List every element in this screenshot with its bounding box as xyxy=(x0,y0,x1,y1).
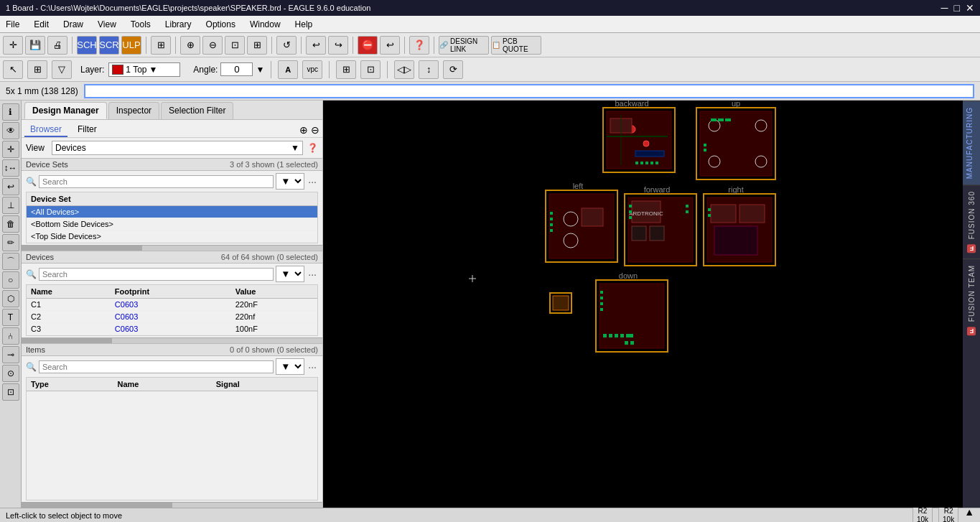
devices-search[interactable] xyxy=(39,268,274,281)
menu-file[interactable]: File xyxy=(3,18,22,31)
menu-view[interactable]: View xyxy=(95,18,119,31)
svg-rect-35 xyxy=(550,223,553,226)
menu-draw[interactable]: Draw xyxy=(60,18,86,31)
pcb-canvas-area[interactable]: backward up xyxy=(323,101,980,508)
mirror-button[interactable]: ◁▷ xyxy=(394,60,414,79)
menu-tools[interactable]: Tools xyxy=(128,18,154,31)
sch-button[interactable]: SCH xyxy=(77,36,97,55)
minimize-button[interactable]: ─ xyxy=(941,2,948,14)
menu-options[interactable]: Options xyxy=(203,18,238,31)
tab-selection-filter[interactable]: Selection Filter xyxy=(161,102,233,119)
stop-button[interactable]: ⛔ xyxy=(358,36,378,55)
table-row[interactable]: C1 C0603 220nF xyxy=(27,299,317,311)
layer-dropdown-arrow: ▼ xyxy=(149,65,158,75)
menu-edit[interactable]: Edit xyxy=(31,18,52,31)
snap-tool[interactable]: ⊡ xyxy=(2,383,19,401)
via-tool[interactable]: ⊙ xyxy=(2,365,19,382)
grid2-button[interactable]: ⊡ xyxy=(360,60,381,79)
pcb-quote-button[interactable]: 📋PCB QUOTE xyxy=(491,36,541,55)
zoom-select-button[interactable]: ⊞ xyxy=(247,36,267,55)
rotate-button[interactable]: ↺ xyxy=(276,36,297,55)
items-scrollbar[interactable] xyxy=(22,502,322,508)
angle-input[interactable]: 0 xyxy=(220,62,253,76)
layer-dropdown[interactable]: 1 Top ▼ xyxy=(108,62,180,77)
rotate2-button[interactable]: ⟳ xyxy=(443,60,463,79)
undo2-button[interactable]: ↩ xyxy=(380,36,400,55)
filter-button[interactable]: ▽ xyxy=(52,60,72,79)
poly-tool[interactable]: ⬡ xyxy=(2,290,19,307)
help-icon[interactable]: ❓ xyxy=(307,143,318,153)
items-more-options[interactable]: ··· xyxy=(307,361,318,373)
help-button[interactable]: ❓ xyxy=(409,36,429,55)
coord-input[interactable] xyxy=(84,84,974,98)
zoom-in-button[interactable]: ⊕ xyxy=(180,36,200,55)
table-row[interactable]: C2 C0603 220nf xyxy=(27,311,317,323)
save-button[interactable]: 💾 xyxy=(25,36,45,55)
select-tool[interactable]: ↖ xyxy=(3,60,23,79)
zoom-fit-button[interactable]: ⊡ xyxy=(225,36,245,55)
info-tool[interactable]: ℹ xyxy=(2,103,19,121)
device-sets-search[interactable] xyxy=(39,175,274,188)
fusion-360-tab[interactable]: F FUSION 360 xyxy=(963,185,980,258)
menu-library[interactable]: Library xyxy=(162,18,195,31)
print-button[interactable]: 🖨 xyxy=(47,36,67,55)
tab-inspector[interactable]: Inspector xyxy=(108,102,159,119)
move-tool-button[interactable]: ✛ xyxy=(3,36,23,55)
undo-button[interactable]: ↩ xyxy=(306,36,326,55)
device-sets-search-dropdown[interactable]: ▼ xyxy=(276,173,304,190)
r2-badge-2: R2 10k xyxy=(938,506,958,523)
manufacturing-tab[interactable]: MANUFACTURING xyxy=(963,101,980,185)
devices-more-options[interactable]: ··· xyxy=(307,269,318,280)
cross-tool[interactable]: ✛ xyxy=(2,141,19,158)
eye-tool[interactable]: 👁 xyxy=(2,122,19,139)
table-row[interactable]: <Bottom Side Devices> xyxy=(27,218,317,230)
zoom-out-button[interactable]: ⊖ xyxy=(202,36,223,55)
maximize-button[interactable]: □ xyxy=(954,2,960,14)
move-tool2[interactable]: ↕↔ xyxy=(2,159,19,177)
table-row[interactable]: <Top Side Devices> xyxy=(27,230,317,243)
zoom-out-icon[interactable]: ⊖ xyxy=(311,124,319,136)
delete-tool[interactable]: 🗑 xyxy=(2,215,19,233)
text-tool[interactable]: A xyxy=(278,60,298,79)
menu-help[interactable]: Help xyxy=(292,18,316,31)
tab-design-manager[interactable]: Design Manager xyxy=(24,102,107,119)
pencil-tool[interactable]: ✏ xyxy=(2,234,19,251)
table-row[interactable]: C3 C0603 100nF xyxy=(27,323,317,335)
text-tool2[interactable]: T xyxy=(2,309,19,326)
net-tool[interactable]: ⑃ xyxy=(2,327,19,345)
devices-label: Devices xyxy=(26,253,54,261)
menu-window[interactable]: Window xyxy=(247,18,284,31)
device-sets-scrollbar[interactable] xyxy=(22,245,322,251)
close-button[interactable]: ✕ xyxy=(966,2,974,14)
zoom-in-icon[interactable]: ⊕ xyxy=(299,124,308,136)
circle-tool[interactable]: ○ xyxy=(2,271,19,289)
grid-button[interactable]: ⊞ xyxy=(27,60,47,79)
flip-button[interactable]: ↕ xyxy=(419,60,439,79)
items-search[interactable] xyxy=(39,360,274,373)
view-dropdown[interactable]: Devices ▼ xyxy=(52,141,303,155)
redo-button[interactable]: ↪ xyxy=(328,36,348,55)
design-link-button[interactable]: 🔗DESIGN LINK xyxy=(439,36,489,55)
sub-tab-browser[interactable]: Browser xyxy=(24,123,67,137)
svg-rect-68 xyxy=(600,291,603,294)
grid-on-button[interactable]: ⊞ xyxy=(336,60,356,79)
expand-icon[interactable]: ▲ xyxy=(964,506,974,523)
scr-button[interactable]: SCR xyxy=(99,36,119,55)
line-tool[interactable]: ⊥ xyxy=(2,197,19,214)
devices-scrollbar[interactable] xyxy=(22,337,322,343)
device-sets-more-options[interactable]: ··· xyxy=(307,176,318,187)
svg-rect-65 xyxy=(630,334,633,337)
fusion-team-tab[interactable]: F FUSION TEAM xyxy=(963,258,980,341)
devices-search-dropdown[interactable]: ▼ xyxy=(276,266,304,282)
sub-tab-filter[interactable]: Filter xyxy=(72,123,103,137)
table-row[interactable]: <All Devices> xyxy=(27,206,317,218)
angle-dropdown-arrow[interactable]: ▼ xyxy=(256,65,264,75)
arc-tool[interactable]: ⌒ xyxy=(2,253,19,270)
drc-button[interactable]: ⊞ xyxy=(151,36,171,55)
undo-tool[interactable]: ↩ xyxy=(2,178,19,195)
devices-col-name: Name xyxy=(27,285,111,299)
route-tool[interactable]: ⊸ xyxy=(2,346,19,363)
vpc-tool[interactable]: vpc xyxy=(302,60,322,79)
ulp-button[interactable]: ULP xyxy=(121,36,141,55)
items-search-dropdown[interactable]: ▼ xyxy=(276,358,304,375)
